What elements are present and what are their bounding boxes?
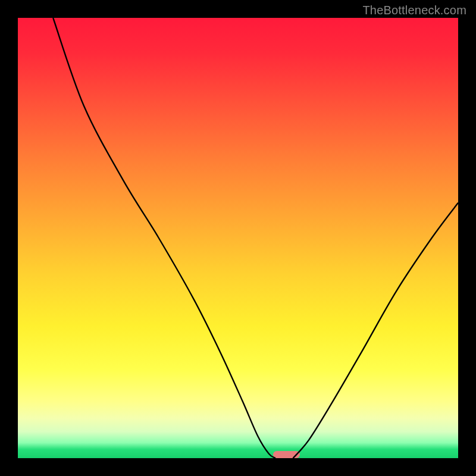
plot-area bbox=[18, 18, 458, 458]
right-branch-path bbox=[293, 203, 459, 458]
chart-root: TheBottleneck.com bbox=[0, 0, 476, 476]
bottleneck-curve bbox=[18, 18, 458, 458]
left-branch-path bbox=[53, 18, 275, 458]
watermark-text: TheBottleneck.com bbox=[362, 4, 466, 17]
